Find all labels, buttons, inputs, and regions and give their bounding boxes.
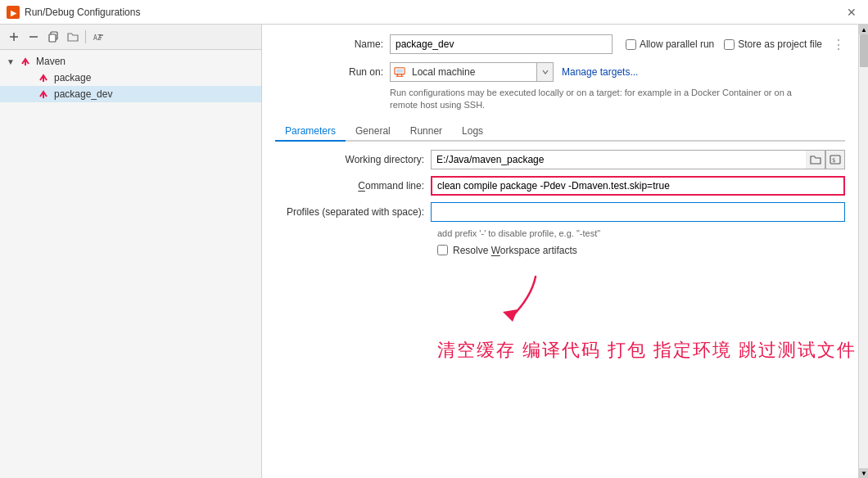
allow-parallel-label[interactable]: Allow parallel run (626, 38, 714, 50)
working-directory-input[interactable] (431, 150, 806, 169)
resolve-label-text: Resolve Workspace artifacts (453, 245, 577, 256)
tabs-row: Parameters General Runner Logs (275, 122, 845, 142)
profiles-hint: add prefix '-' to disable profile, e.g. … (437, 228, 845, 238)
package-dev-icon (38, 88, 51, 101)
local-machine-icon (391, 63, 409, 81)
resolve-checkbox[interactable] (437, 245, 448, 255)
tree-label-package: package (54, 72, 91, 83)
run-on-dropdown-arrow[interactable] (536, 63, 553, 81)
sidebar-toolbar: AZ (0, 25, 261, 50)
svg-text:▶: ▶ (11, 9, 17, 17)
toolbar-separator (85, 30, 86, 43)
run-on-row: Run on: Local machine (275, 62, 845, 82)
right-content: Name: Allow parallel run Store as projec… (262, 25, 858, 478)
store-as-project-label[interactable]: Store as project file (724, 38, 822, 50)
remove-config-button[interactable] (25, 28, 43, 46)
tree-expand-maven: ▼ (7, 57, 20, 66)
store-as-project-checkbox[interactable] (724, 39, 735, 50)
resolve-checkbox-label[interactable]: Resolve Workspace artifacts (437, 245, 577, 256)
working-directory-folder-btn[interactable] (806, 150, 825, 169)
add-config-button[interactable] (5, 28, 23, 46)
resolve-row: Resolve Workspace artifacts (437, 245, 845, 256)
close-button[interactable]: ✕ (842, 4, 861, 20)
sort-button[interactable]: AZ (89, 28, 107, 46)
title-bar: ▶ Run/Debug Configurations ✕ (0, 0, 868, 25)
copy-config-button[interactable] (44, 28, 62, 46)
profiles-label: Profiles (separated with space): (275, 206, 431, 218)
working-directory-label: Working directory: (275, 154, 431, 165)
tree-label-package-dev: package_dev (54, 88, 112, 100)
scrollbar-thumb[interactable] (860, 34, 868, 67)
name-label: Name: (275, 38, 390, 50)
run-on-description: Run configurations may be executed local… (390, 87, 799, 112)
tab-logs[interactable]: Logs (452, 122, 493, 142)
form-area: Name: Allow parallel run Store as projec… (262, 25, 858, 478)
wd-label-text: Working directory: (346, 154, 424, 165)
svg-marker-20 (503, 309, 518, 322)
name-input[interactable] (390, 34, 613, 54)
scroll-up-button[interactable]: ▲ (859, 25, 868, 34)
working-directory-row: Working directory: $ (275, 150, 845, 169)
sidebar-tree: ▼ Maven package (0, 50, 261, 478)
tree-item-maven[interactable]: ▼ Maven (0, 53, 261, 70)
scrollbar-track (859, 34, 868, 468)
more-options-button[interactable]: ⋮ (832, 37, 845, 52)
window-title: Run/Debug Configurations (25, 7, 140, 18)
run-on-value: Local machine (409, 66, 536, 78)
svg-text:$: $ (832, 157, 835, 164)
tree-label-maven: Maven (36, 56, 66, 67)
main-container: AZ ▼ Maven (0, 25, 868, 478)
annotation-arrow (486, 273, 552, 332)
svg-rect-17 (396, 70, 404, 73)
tab-general[interactable]: General (346, 122, 400, 142)
manage-targets-link[interactable]: Manage targets... (562, 66, 638, 78)
annotation-area: 清空缓存 编译代码 打包 指定环境 跳过测试文件 (437, 273, 845, 371)
name-row: Name: Allow parallel run Store as projec… (275, 34, 845, 54)
tab-parameters[interactable]: Parameters (275, 122, 346, 142)
scroll-down-button[interactable]: ▼ (859, 468, 868, 478)
allow-parallel-checkbox[interactable] (626, 39, 636, 50)
window-controls: ✕ (842, 6, 861, 19)
command-line-row: Command line: (275, 176, 845, 196)
tree-item-package-dev[interactable]: package_dev (0, 86, 261, 102)
profiles-input[interactable] (431, 202, 845, 222)
tree-item-package[interactable]: package (0, 70, 261, 86)
svg-rect-6 (49, 34, 56, 42)
allow-parallel-row: Allow parallel run Store as project file… (626, 37, 845, 52)
working-directory-var-btn[interactable]: $ (825, 150, 845, 169)
command-line-input[interactable] (431, 176, 845, 196)
run-on-label: Run on: (275, 66, 390, 78)
working-directory-input-group: $ (431, 150, 845, 169)
maven-icon (20, 55, 33, 68)
package-icon (38, 71, 51, 84)
folder-button[interactable] (64, 28, 82, 46)
right-scrollbar[interactable]: ▲ ▼ (858, 25, 868, 478)
command-line-label: Command line: (275, 180, 431, 192)
tab-runner[interactable]: Runner (400, 122, 452, 142)
sidebar: AZ ▼ Maven (0, 25, 262, 478)
annotation-text: 清空缓存 编译代码 打包 指定环境 跳过测试文件 (437, 338, 857, 363)
run-on-select[interactable]: Local machine (390, 62, 554, 82)
app-icon: ▶ (7, 6, 20, 19)
profiles-row: Profiles (separated with space): (275, 202, 845, 222)
title-bar-left: ▶ Run/Debug Configurations (7, 6, 140, 19)
